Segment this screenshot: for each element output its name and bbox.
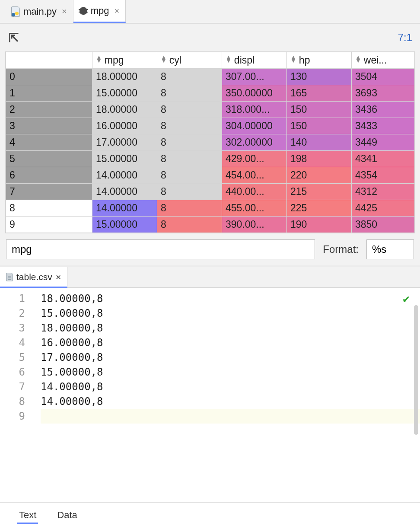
corner-cell[interactable] — [6, 52, 92, 69]
cell[interactable]: 8 — [157, 217, 222, 233]
editor-tab-table-csv[interactable]: table.csv × — [0, 267, 67, 288]
format-input[interactable] — [366, 239, 414, 259]
row-index[interactable]: 5 — [6, 151, 92, 167]
table-row[interactable]: 814.000008455.00...2254425 — [6, 200, 415, 217]
code-line[interactable]: 18.00000,8 — [41, 321, 420, 335]
cell[interactable]: 8 — [157, 151, 222, 167]
cell[interactable]: 3449 — [352, 134, 415, 151]
cell[interactable]: 16.00000 — [92, 118, 157, 134]
view-tab-text[interactable]: Text — [17, 508, 38, 524]
cell[interactable]: 15.00000 — [92, 85, 157, 102]
cell[interactable]: 15.00000 — [92, 151, 157, 167]
editor-body[interactable]: 123456789 18.00000,815.00000,818.00000,8… — [0, 288, 420, 502]
cell[interactable]: 350.00000 — [222, 85, 287, 102]
column-header-displ[interactable]: displ — [222, 52, 287, 69]
row-index[interactable]: 4 — [6, 134, 92, 151]
cell[interactable]: 150 — [287, 102, 352, 118]
column-header-cyl[interactable]: cyl — [157, 52, 222, 69]
table-row[interactable]: 515.000008429.00...1984341 — [6, 151, 415, 167]
cell[interactable]: 3433 — [352, 118, 415, 134]
row-index[interactable]: 3 — [6, 118, 92, 134]
cell[interactable]: 220 — [287, 167, 352, 184]
cell[interactable]: 3436 — [352, 102, 415, 118]
cell[interactable]: 3504 — [352, 69, 415, 85]
dataframe-grid[interactable]: mpgcyldisplhpwei...018.000008307.00...13… — [5, 51, 415, 233]
cell[interactable]: 429.00... — [222, 151, 287, 167]
row-index[interactable]: 8 — [6, 200, 92, 217]
code-line[interactable]: 14.00000,8 — [41, 379, 420, 394]
cell[interactable]: 3850 — [352, 217, 415, 233]
close-icon[interactable]: × — [56, 272, 61, 282]
cell[interactable]: 140 — [287, 134, 352, 151]
row-index[interactable]: 0 — [6, 69, 92, 85]
row-index[interactable]: 9 — [6, 217, 92, 233]
cell[interactable]: 318.000... — [222, 102, 287, 118]
cell[interactable]: 302.00000 — [222, 134, 287, 151]
row-index[interactable]: 6 — [6, 167, 92, 184]
code-line[interactable]: 16.00000,8 — [41, 335, 420, 350]
row-index[interactable]: 1 — [6, 85, 92, 102]
cell[interactable]: 454.00... — [222, 167, 287, 184]
table-row[interactable]: 115.000008350.000001653693 — [6, 85, 415, 102]
close-icon[interactable]: × — [115, 6, 120, 16]
cell[interactable]: 440.00... — [222, 184, 287, 200]
code-line[interactable]: 18.00000,8 — [41, 291, 420, 306]
row-index[interactable]: 7 — [6, 184, 92, 200]
table-row[interactable]: 417.000008302.000001403449 — [6, 134, 415, 151]
table-row[interactable]: 018.000008307.00...1303504 — [6, 69, 415, 85]
cell[interactable]: 4354 — [352, 167, 415, 184]
cell[interactable]: 3693 — [352, 85, 415, 102]
cell[interactable]: 225 — [287, 200, 352, 217]
cell[interactable]: 130 — [287, 69, 352, 85]
code-line[interactable] — [41, 409, 420, 424]
cell[interactable]: 18.00000 — [92, 69, 157, 85]
cell[interactable]: 198 — [287, 151, 352, 167]
cell[interactable]: 8 — [157, 69, 222, 85]
cell[interactable]: 18.00000 — [92, 102, 157, 118]
view-tab-data[interactable]: Data — [55, 508, 79, 524]
popout-icon[interactable]: ⇱ — [9, 31, 19, 45]
table-row[interactable]: 714.000008440.00...2154312 — [6, 184, 415, 200]
cell[interactable]: 8 — [157, 167, 222, 184]
variable-name-input[interactable] — [6, 239, 315, 259]
cell[interactable]: 4425 — [352, 200, 415, 217]
cell[interactable]: 390.00... — [222, 217, 287, 233]
cell[interactable]: 8 — [157, 200, 222, 217]
cell[interactable]: 14.00000 — [92, 184, 157, 200]
cell[interactable]: 165 — [287, 85, 352, 102]
cell[interactable]: 4341 — [352, 151, 415, 167]
cell[interactable]: 150 — [287, 118, 352, 134]
column-header-mpg[interactable]: mpg — [92, 52, 157, 69]
cell[interactable]: 4312 — [352, 184, 415, 200]
close-icon[interactable]: × — [62, 6, 67, 16]
cell[interactable]: 455.00... — [222, 200, 287, 217]
cell[interactable]: 8 — [157, 184, 222, 200]
code-line[interactable]: 17.00000,8 — [41, 350, 420, 365]
cell[interactable]: 304.00000 — [222, 118, 287, 134]
row-index[interactable]: 2 — [6, 102, 92, 118]
table-row[interactable]: 614.000008454.00...2204354 — [6, 167, 415, 184]
tab-main-py[interactable]: main.py× — [5, 0, 73, 23]
table-row[interactable]: 218.000008318.000...1503436 — [6, 102, 415, 118]
tab-mpg[interactable]: mpg× — [73, 0, 126, 23]
code-area[interactable]: 18.00000,815.00000,818.00000,816.00000,8… — [39, 288, 420, 502]
cell[interactable]: 14.00000 — [92, 167, 157, 184]
cell[interactable]: 17.00000 — [92, 134, 157, 151]
cell[interactable]: 8 — [157, 85, 222, 102]
cell[interactable]: 190 — [287, 217, 352, 233]
table-row[interactable]: 316.000008304.000001503433 — [6, 118, 415, 134]
cell[interactable]: 15.00000 — [92, 217, 157, 233]
scrollbar[interactable] — [414, 305, 418, 435]
column-header-wei[interactable]: wei... — [352, 52, 415, 69]
cell[interactable]: 8 — [157, 102, 222, 118]
column-header-hp[interactable]: hp — [287, 52, 352, 69]
cell[interactable]: 307.00... — [222, 69, 287, 85]
cell[interactable]: 8 — [157, 134, 222, 151]
code-line[interactable]: 15.00000,8 — [41, 306, 420, 321]
table-row[interactable]: 915.000008390.00...1903850 — [6, 217, 415, 233]
cell[interactable]: 14.00000 — [92, 200, 157, 217]
cell[interactable]: 215 — [287, 184, 352, 200]
code-line[interactable]: 15.00000,8 — [41, 365, 420, 379]
code-line[interactable]: 14.00000,8 — [41, 394, 420, 409]
cell[interactable]: 8 — [157, 118, 222, 134]
